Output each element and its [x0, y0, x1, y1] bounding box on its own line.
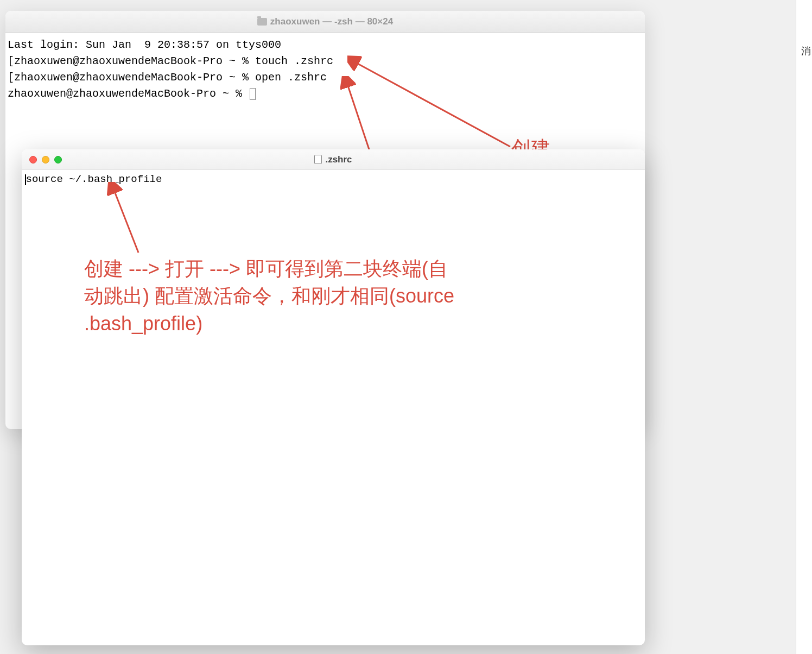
terminal-line: Last login: Sun Jan 9 20:38:57 on ttys00…: [8, 37, 643, 53]
editor-title: .zshrc: [314, 154, 352, 165]
traffic-lights: [29, 156, 62, 163]
background-panel: 消: [796, 0, 812, 654]
editor-title-text: .zshrc: [325, 154, 352, 165]
folder-icon: [257, 18, 267, 26]
document-icon: [314, 155, 322, 164]
cursor-icon: [250, 88, 256, 100]
terminal-line: zhaoxuwen@zhaoxuwendeMacBook-Pro ~ %: [8, 86, 643, 102]
terminal-title: zhaoxuwen — -zsh — 80×24: [257, 16, 393, 27]
terminal-title-text: zhaoxuwen — -zsh — 80×24: [270, 16, 393, 27]
terminal-title-bar[interactable]: zhaoxuwen — -zsh — 80×24: [5, 11, 645, 33]
minimize-button[interactable]: [42, 156, 49, 163]
maximize-button[interactable]: [54, 156, 62, 163]
annotation-explanation: 创建 ---> 打开 ---> 即可得到第二块终端(自动跳出) 配置激活命令，和…: [84, 255, 464, 337]
close-button[interactable]: [29, 156, 37, 163]
partial-text: 消: [801, 45, 811, 58]
arrow-explanation: [106, 182, 149, 258]
terminal-line: [zhaoxuwen@zhaoxuwendeMacBook-Pro ~ % op…: [8, 70, 643, 86]
terminal-content[interactable]: Last login: Sun Jan 9 20:38:57 on ttys00…: [5, 33, 645, 106]
editor-title-bar[interactable]: .zshrc: [22, 149, 645, 170]
terminal-line: [zhaoxuwen@zhaoxuwendeMacBook-Pro ~ % to…: [8, 53, 643, 70]
svg-line-3: [114, 190, 138, 253]
